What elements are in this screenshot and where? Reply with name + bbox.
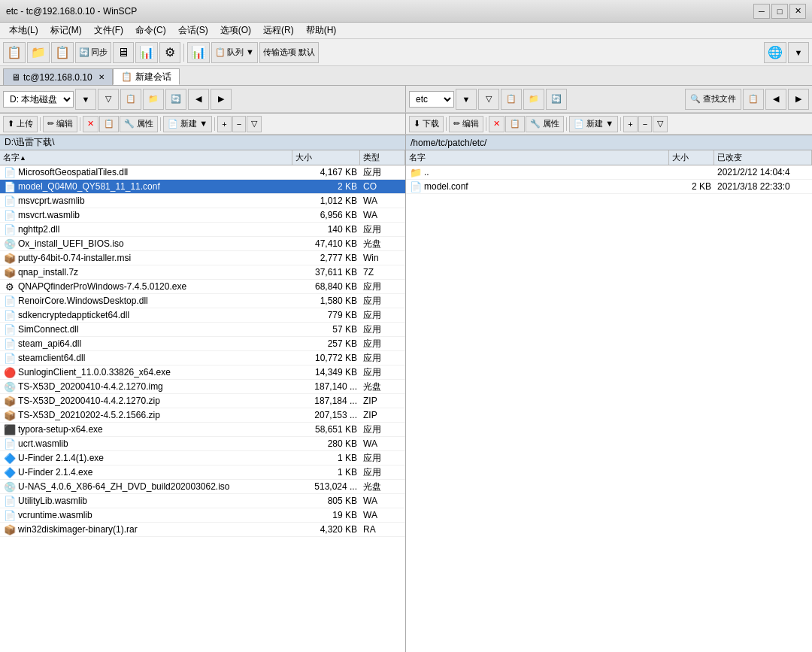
- right-file-list[interactable]: 📁..2021/2/12 14:04:4📄model.conf2 KB2021/…: [406, 165, 812, 652]
- right-new-btn[interactable]: 📄 新建 ▼: [569, 116, 618, 132]
- table-row[interactable]: 📦TS-X53D_20200410-4.4.2.1270.zip187,184 …: [0, 394, 405, 408]
- table-row[interactable]: 📦putty-64bit-0.74-installer.msi2,777 KBW…: [0, 251, 405, 265]
- find-file-btn[interactable]: 🔍 查找文件: [685, 89, 741, 110]
- maximize-button[interactable]: □: [771, 4, 788, 19]
- left-path-btn5[interactable]: 🔄: [165, 89, 186, 110]
- left-file-list[interactable]: 📄MicrosoftGeospatialTiles.dll4,167 KB应用📄…: [0, 165, 405, 652]
- menu-local[interactable]: 本地(L): [3, 23, 44, 38]
- session-tab-remote[interactable]: 🖥 tc@192.168.0.10 ✕: [3, 68, 113, 85]
- table-row[interactable]: 📄msvcrt.wasmlib6,956 KBWA: [0, 208, 405, 223]
- left-col-size[interactable]: 大小: [292, 150, 360, 165]
- table-row[interactable]: ⬛typora-setup-x64.exe58,651 KB应用: [0, 423, 405, 437]
- right-delete-btn[interactable]: ✕: [489, 116, 504, 132]
- table-row[interactable]: 📄sdkencryptedappticket64.dll779 KB应用: [0, 308, 405, 323]
- file-size-cell: 1,012 KB: [292, 195, 360, 207]
- menu-remote[interactable]: 远程(R): [257, 23, 300, 38]
- table-row[interactable]: ⚙QNAPQfinderProWindows-7.4.5.0120.exe68,…: [0, 280, 405, 294]
- table-row[interactable]: 📄UtilityLib.wasmlib805 KBWA: [0, 494, 405, 508]
- left-ftb-plus[interactable]: +: [217, 116, 231, 132]
- toolbar-earth[interactable]: 🌐: [764, 42, 786, 63]
- table-row[interactable]: 📄nghttp2.dll140 KB应用: [0, 223, 405, 237]
- table-row[interactable]: 💿TS-X53D_20200410-4.4.2.1270.img187,140 …: [0, 380, 405, 394]
- menu-mark[interactable]: 标记(M): [44, 23, 88, 38]
- menu-help[interactable]: 帮助(H): [300, 23, 343, 38]
- table-row[interactable]: 📄RenoirCore.WindowsDesktop.dll1,580 KB应用: [0, 294, 405, 308]
- right-path-btn4[interactable]: 📁: [523, 89, 544, 110]
- left-new-btn[interactable]: 📄 新建 ▼: [163, 116, 212, 132]
- close-button[interactable]: ✕: [789, 4, 806, 19]
- left-props-btn[interactable]: 🔧 属性: [120, 116, 158, 132]
- left-path-btn1[interactable]: ▼: [75, 89, 96, 110]
- left-ftb-minus[interactable]: −: [232, 116, 246, 132]
- right-path-btn5[interactable]: 🔄: [546, 89, 567, 110]
- left-delete-btn[interactable]: ✕: [83, 116, 98, 132]
- table-row[interactable]: 📄msvcprt.wasmlib1,012 KBWA: [0, 194, 405, 208]
- sync-button[interactable]: 🔄同步: [75, 42, 111, 63]
- right-back-btn[interactable]: ◀: [765, 89, 786, 110]
- right-download-btn[interactable]: ⬇ 下载: [409, 116, 444, 132]
- left-fwd-btn[interactable]: ▶: [211, 89, 232, 110]
- table-row[interactable]: 🔷U-Finder 2.1.4.exe1 KB应用: [0, 465, 405, 480]
- table-row[interactable]: 📁..2021/2/12 14:04:4: [406, 165, 812, 180]
- left-upload-btn[interactable]: ⬆ 上传: [3, 116, 38, 132]
- toolbar-icon2[interactable]: 📁: [27, 42, 50, 63]
- right-ftb-plus[interactable]: +: [623, 116, 637, 132]
- table-row[interactable]: 📄model.conf2 KB2021/3/18 22:33:0: [406, 180, 812, 194]
- toolbar-icon5[interactable]: 📊: [135, 42, 158, 63]
- right-path-btn1[interactable]: ▼: [456, 89, 477, 110]
- right-col-size[interactable]: 大小: [669, 150, 714, 165]
- toolbar-dropdown[interactable]: ▼: [788, 42, 809, 63]
- left-drive-dropdown[interactable]: D: 本地磁盘: [3, 91, 74, 108]
- table-row[interactable]: 📄SimConnect.dll57 KB应用: [0, 323, 405, 337]
- table-row[interactable]: 💿Ox_install_UEFI_BIOS.iso47,410 KB光盘: [0, 237, 405, 251]
- right-ftb-minus[interactable]: −: [638, 116, 652, 132]
- table-row[interactable]: 📦qnap_install.7z37,611 KB7Z: [0, 265, 405, 280]
- menu-file[interactable]: 文件(F): [88, 23, 129, 38]
- table-row[interactable]: 📄MicrosoftGeospatialTiles.dll4,167 KB应用: [0, 165, 405, 180]
- table-row[interactable]: 📄steam_api64.dll257 KB应用: [0, 337, 405, 351]
- table-row[interactable]: 📄ucrt.wasmlib280 KBWA: [0, 437, 405, 451]
- table-row[interactable]: 🔴SunloginClient_11.0.0.33826_x64.exe14,3…: [0, 365, 405, 380]
- transfer-options-button[interactable]: 传输选项 默认: [259, 42, 319, 63]
- left-edit-btn[interactable]: ✏ 编辑: [43, 116, 77, 132]
- toolbar-icon3[interactable]: 📋: [51, 42, 74, 63]
- toolbar-icon6[interactable]: ⚙: [159, 42, 180, 63]
- table-row[interactable]: 📄steamclient64.dll10,772 KB应用: [0, 351, 405, 365]
- file-name-text: model_Q04M0_QY581_11_11.conf: [18, 181, 160, 192]
- left-col-name[interactable]: 名字: [0, 150, 292, 165]
- left-path-btn3[interactable]: 📋: [120, 89, 141, 110]
- toolbar-icon1[interactable]: 📋: [3, 42, 26, 63]
- left-ftb-arrow[interactable]: ▽: [247, 116, 262, 132]
- table-row[interactable]: 📄model_Q04M0_QY581_11_11.conf2 KBCO: [0, 180, 405, 194]
- right-edit-btn[interactable]: ✏ 编辑: [449, 116, 483, 132]
- table-row[interactable]: 📦TS-X53D_20210202-4.5.2.1566.zip207,153 …: [0, 408, 405, 423]
- left-path-btn4[interactable]: 📁: [143, 89, 164, 110]
- left-ftb-btn2[interactable]: 📋: [99, 116, 119, 132]
- right-col-name[interactable]: 名字: [406, 150, 669, 165]
- right-col-date[interactable]: 已改变: [714, 150, 812, 165]
- left-col-type[interactable]: 类型: [360, 150, 405, 165]
- left-back-btn[interactable]: ◀: [188, 89, 209, 110]
- table-row[interactable]: 📄vcruntime.wasmlib19 KBWA: [0, 508, 405, 523]
- toolbar-icon7[interactable]: 📊: [187, 42, 210, 63]
- right-path-btn2[interactable]: ▽: [478, 89, 499, 110]
- session-close-icon[interactable]: ✕: [98, 73, 105, 81]
- right-path-btn6[interactable]: 📋: [743, 89, 764, 110]
- left-path-btn2[interactable]: ▽: [98, 89, 119, 110]
- session-tab-new[interactable]: 📋 新建会话: [113, 68, 180, 85]
- queue-button[interactable]: 📋队列 ▼: [211, 42, 258, 63]
- table-row[interactable]: 📦win32diskimager-binary(1).rar4,320 KBRA: [0, 523, 405, 537]
- right-path-btn3[interactable]: 📋: [501, 89, 522, 110]
- table-row[interactable]: 💿U-NAS_4.0.6_X86-64_ZH_DVD_build20200306…: [0, 480, 405, 494]
- table-row[interactable]: 🔷U-Finder 2.1.4(1).exe1 KB应用: [0, 451, 405, 465]
- right-ftb-arrow[interactable]: ▽: [653, 116, 668, 132]
- right-ftb-btn2[interactable]: 📋: [505, 116, 525, 132]
- toolbar-icon4[interactable]: 🖥: [113, 42, 134, 63]
- right-props-btn[interactable]: 🔧 属性: [526, 116, 564, 132]
- menu-options[interactable]: 选项(O): [214, 23, 257, 38]
- right-folder-dropdown[interactable]: etc: [409, 91, 454, 108]
- menu-session[interactable]: 会话(S): [172, 23, 214, 38]
- minimize-button[interactable]: ─: [753, 4, 770, 19]
- right-fwd-btn[interactable]: ▶: [788, 89, 809, 110]
- menu-command[interactable]: 命令(C): [129, 23, 172, 38]
